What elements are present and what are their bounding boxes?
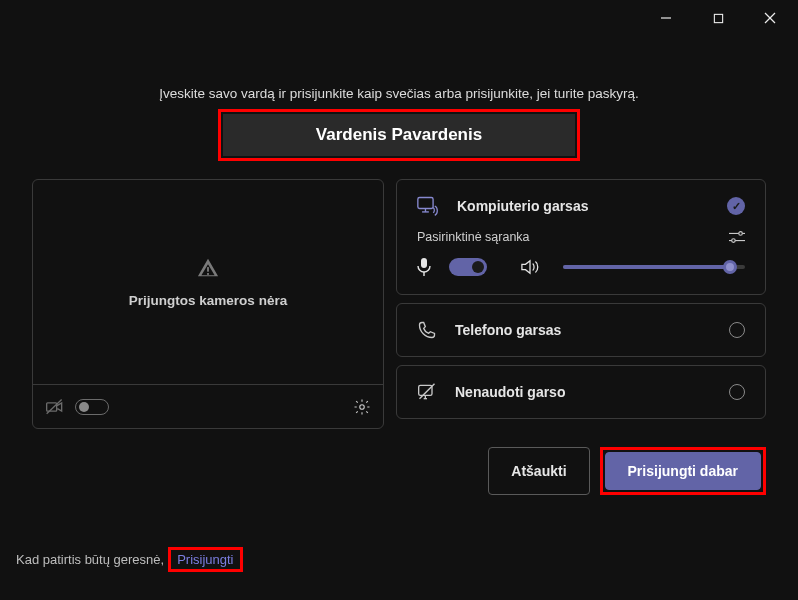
audio-option-phone[interactable]: Telefono garsas — [396, 303, 766, 357]
join-now-button[interactable]: Prisijungti dabar — [605, 452, 761, 490]
volume-slider[interactable] — [563, 265, 745, 269]
signin-link[interactable]: Prisijungti — [177, 552, 233, 567]
svg-rect-8 — [418, 198, 433, 209]
audio-option-computer[interactable]: Kompiuterio garsas ✓ Pasirinktinė sąrank… — [396, 179, 766, 295]
settings-sliders-icon[interactable] — [729, 230, 745, 244]
check-icon: ✓ — [727, 197, 745, 215]
signin-link-highlight: Prisijungti — [168, 547, 242, 572]
radio-unchecked-icon — [729, 322, 745, 338]
svg-rect-1 — [714, 14, 722, 22]
name-input-highlight — [218, 109, 580, 161]
instruction-text: Įveskite savo vardą ir prisijunkite kaip… — [32, 86, 766, 101]
radio-unchecked-icon — [729, 384, 745, 400]
camera-preview-panel: Prijungtos kameros nėra — [32, 179, 384, 429]
footer-text: Kad patirtis būtų geresnė, Prisijungti — [16, 547, 243, 572]
join-button-highlight: Prisijungti dabar — [600, 447, 766, 495]
cancel-button[interactable]: Atšaukti — [488, 447, 589, 495]
svg-rect-5 — [207, 273, 209, 275]
audio-option-label: Kompiuterio garsas — [457, 198, 588, 214]
microphone-toggle[interactable] — [449, 258, 487, 276]
svg-point-7 — [360, 404, 365, 409]
warning-icon — [197, 257, 219, 279]
gear-icon[interactable] — [353, 398, 371, 416]
window-titlebar — [0, 0, 798, 36]
svg-point-12 — [739, 232, 743, 236]
phone-icon — [417, 320, 437, 340]
audio-option-none[interactable]: Nenaudoti garso — [396, 365, 766, 419]
camera-toggle[interactable] — [75, 399, 109, 415]
no-camera-text: Prijungtos kameros nėra — [129, 293, 287, 308]
minimize-button[interactable] — [644, 3, 688, 33]
guest-name-input[interactable] — [223, 114, 575, 156]
video-off-icon — [45, 397, 65, 417]
no-audio-icon — [417, 382, 437, 402]
svg-rect-15 — [421, 258, 427, 268]
microphone-icon — [417, 258, 431, 276]
svg-rect-4 — [207, 267, 209, 272]
svg-point-14 — [732, 239, 736, 243]
speaker-icon — [521, 259, 539, 275]
action-buttons: Atšaukti Prisijungti dabar — [32, 447, 766, 495]
audio-option-label: Telefono garsas — [455, 322, 561, 338]
maximize-button[interactable] — [696, 3, 740, 33]
custom-setup-label: Pasirinktinė sąranka — [417, 230, 530, 244]
audio-option-label: Nenaudoti garso — [455, 384, 565, 400]
audio-options-panel: Kompiuterio garsas ✓ Pasirinktinė sąrank… — [396, 179, 766, 429]
computer-audio-icon — [417, 196, 439, 216]
close-button[interactable] — [748, 3, 792, 33]
svg-rect-17 — [419, 385, 432, 395]
